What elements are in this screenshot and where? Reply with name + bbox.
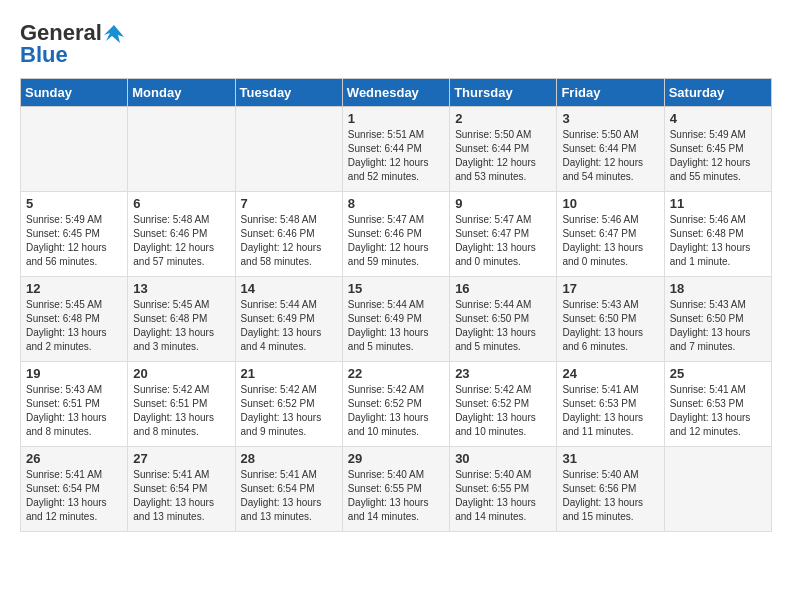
calendar-cell [235,107,342,192]
calendar-table: SundayMondayTuesdayWednesdayThursdayFrid… [20,78,772,532]
calendar-cell: 20Sunrise: 5:42 AM Sunset: 6:51 PM Dayli… [128,362,235,447]
calendar-week-row: 1Sunrise: 5:51 AM Sunset: 6:44 PM Daylig… [21,107,772,192]
day-info: Sunrise: 5:40 AM Sunset: 6:56 PM Dayligh… [562,468,658,524]
header-day-friday: Friday [557,79,664,107]
day-info: Sunrise: 5:50 AM Sunset: 6:44 PM Dayligh… [562,128,658,184]
calendar-cell: 28Sunrise: 5:41 AM Sunset: 6:54 PM Dayli… [235,447,342,532]
calendar-cell: 23Sunrise: 5:42 AM Sunset: 6:52 PM Dayli… [450,362,557,447]
calendar-cell: 17Sunrise: 5:43 AM Sunset: 6:50 PM Dayli… [557,277,664,362]
calendar-cell: 10Sunrise: 5:46 AM Sunset: 6:47 PM Dayli… [557,192,664,277]
day-info: Sunrise: 5:40 AM Sunset: 6:55 PM Dayligh… [348,468,444,524]
calendar-cell: 6Sunrise: 5:48 AM Sunset: 6:46 PM Daylig… [128,192,235,277]
day-info: Sunrise: 5:42 AM Sunset: 6:52 PM Dayligh… [455,383,551,439]
calendar-cell [21,107,128,192]
day-info: Sunrise: 5:43 AM Sunset: 6:51 PM Dayligh… [26,383,122,439]
day-number: 27 [133,451,229,466]
day-number: 31 [562,451,658,466]
day-number: 3 [562,111,658,126]
calendar-cell: 22Sunrise: 5:42 AM Sunset: 6:52 PM Dayli… [342,362,449,447]
day-number: 6 [133,196,229,211]
day-number: 13 [133,281,229,296]
logo-blue: Blue [20,42,68,68]
day-number: 12 [26,281,122,296]
calendar-cell: 12Sunrise: 5:45 AM Sunset: 6:48 PM Dayli… [21,277,128,362]
day-info: Sunrise: 5:41 AM Sunset: 6:54 PM Dayligh… [241,468,337,524]
day-info: Sunrise: 5:46 AM Sunset: 6:48 PM Dayligh… [670,213,766,269]
day-number: 24 [562,366,658,381]
day-number: 19 [26,366,122,381]
calendar-cell: 3Sunrise: 5:50 AM Sunset: 6:44 PM Daylig… [557,107,664,192]
calendar-cell [664,447,771,532]
day-number: 8 [348,196,444,211]
day-number: 23 [455,366,551,381]
day-number: 9 [455,196,551,211]
day-info: Sunrise: 5:47 AM Sunset: 6:47 PM Dayligh… [455,213,551,269]
calendar-cell: 21Sunrise: 5:42 AM Sunset: 6:52 PM Dayli… [235,362,342,447]
calendar-week-row: 26Sunrise: 5:41 AM Sunset: 6:54 PM Dayli… [21,447,772,532]
day-number: 4 [670,111,766,126]
calendar-header-row: SundayMondayTuesdayWednesdayThursdayFrid… [21,79,772,107]
header-day-saturday: Saturday [664,79,771,107]
calendar-cell: 26Sunrise: 5:41 AM Sunset: 6:54 PM Dayli… [21,447,128,532]
day-info: Sunrise: 5:43 AM Sunset: 6:50 PM Dayligh… [562,298,658,354]
calendar-cell: 31Sunrise: 5:40 AM Sunset: 6:56 PM Dayli… [557,447,664,532]
day-info: Sunrise: 5:50 AM Sunset: 6:44 PM Dayligh… [455,128,551,184]
header-day-sunday: Sunday [21,79,128,107]
day-info: Sunrise: 5:47 AM Sunset: 6:46 PM Dayligh… [348,213,444,269]
day-number: 16 [455,281,551,296]
page-header: General Blue [20,20,772,68]
day-info: Sunrise: 5:49 AM Sunset: 6:45 PM Dayligh… [26,213,122,269]
day-info: Sunrise: 5:41 AM Sunset: 6:54 PM Dayligh… [133,468,229,524]
day-number: 1 [348,111,444,126]
calendar-cell: 14Sunrise: 5:44 AM Sunset: 6:49 PM Dayli… [235,277,342,362]
day-number: 26 [26,451,122,466]
day-number: 21 [241,366,337,381]
calendar-cell: 29Sunrise: 5:40 AM Sunset: 6:55 PM Dayli… [342,447,449,532]
logo-bird-icon [104,23,124,43]
day-number: 28 [241,451,337,466]
day-info: Sunrise: 5:48 AM Sunset: 6:46 PM Dayligh… [241,213,337,269]
day-number: 10 [562,196,658,211]
calendar-cell: 13Sunrise: 5:45 AM Sunset: 6:48 PM Dayli… [128,277,235,362]
day-number: 18 [670,281,766,296]
day-number: 30 [455,451,551,466]
day-info: Sunrise: 5:44 AM Sunset: 6:49 PM Dayligh… [241,298,337,354]
calendar-cell: 8Sunrise: 5:47 AM Sunset: 6:46 PM Daylig… [342,192,449,277]
day-info: Sunrise: 5:42 AM Sunset: 6:52 PM Dayligh… [348,383,444,439]
calendar-cell: 30Sunrise: 5:40 AM Sunset: 6:55 PM Dayli… [450,447,557,532]
logo: General Blue [20,20,124,68]
calendar-cell: 15Sunrise: 5:44 AM Sunset: 6:49 PM Dayli… [342,277,449,362]
header-day-thursday: Thursday [450,79,557,107]
header-day-wednesday: Wednesday [342,79,449,107]
svg-marker-0 [104,25,124,43]
day-info: Sunrise: 5:48 AM Sunset: 6:46 PM Dayligh… [133,213,229,269]
calendar-week-row: 5Sunrise: 5:49 AM Sunset: 6:45 PM Daylig… [21,192,772,277]
calendar-cell: 5Sunrise: 5:49 AM Sunset: 6:45 PM Daylig… [21,192,128,277]
day-number: 22 [348,366,444,381]
day-number: 14 [241,281,337,296]
calendar-cell: 1Sunrise: 5:51 AM Sunset: 6:44 PM Daylig… [342,107,449,192]
day-info: Sunrise: 5:40 AM Sunset: 6:55 PM Dayligh… [455,468,551,524]
day-info: Sunrise: 5:46 AM Sunset: 6:47 PM Dayligh… [562,213,658,269]
day-number: 7 [241,196,337,211]
day-info: Sunrise: 5:49 AM Sunset: 6:45 PM Dayligh… [670,128,766,184]
calendar-cell: 25Sunrise: 5:41 AM Sunset: 6:53 PM Dayli… [664,362,771,447]
calendar-cell: 18Sunrise: 5:43 AM Sunset: 6:50 PM Dayli… [664,277,771,362]
calendar-cell: 19Sunrise: 5:43 AM Sunset: 6:51 PM Dayli… [21,362,128,447]
day-number: 5 [26,196,122,211]
day-number: 25 [670,366,766,381]
day-info: Sunrise: 5:43 AM Sunset: 6:50 PM Dayligh… [670,298,766,354]
calendar-cell [128,107,235,192]
calendar-cell: 2Sunrise: 5:50 AM Sunset: 6:44 PM Daylig… [450,107,557,192]
calendar-cell: 7Sunrise: 5:48 AM Sunset: 6:46 PM Daylig… [235,192,342,277]
day-number: 29 [348,451,444,466]
day-info: Sunrise: 5:51 AM Sunset: 6:44 PM Dayligh… [348,128,444,184]
day-number: 15 [348,281,444,296]
calendar-cell: 4Sunrise: 5:49 AM Sunset: 6:45 PM Daylig… [664,107,771,192]
day-info: Sunrise: 5:45 AM Sunset: 6:48 PM Dayligh… [133,298,229,354]
calendar-cell: 11Sunrise: 5:46 AM Sunset: 6:48 PM Dayli… [664,192,771,277]
calendar-week-row: 19Sunrise: 5:43 AM Sunset: 6:51 PM Dayli… [21,362,772,447]
header-day-tuesday: Tuesday [235,79,342,107]
day-info: Sunrise: 5:44 AM Sunset: 6:49 PM Dayligh… [348,298,444,354]
day-number: 17 [562,281,658,296]
